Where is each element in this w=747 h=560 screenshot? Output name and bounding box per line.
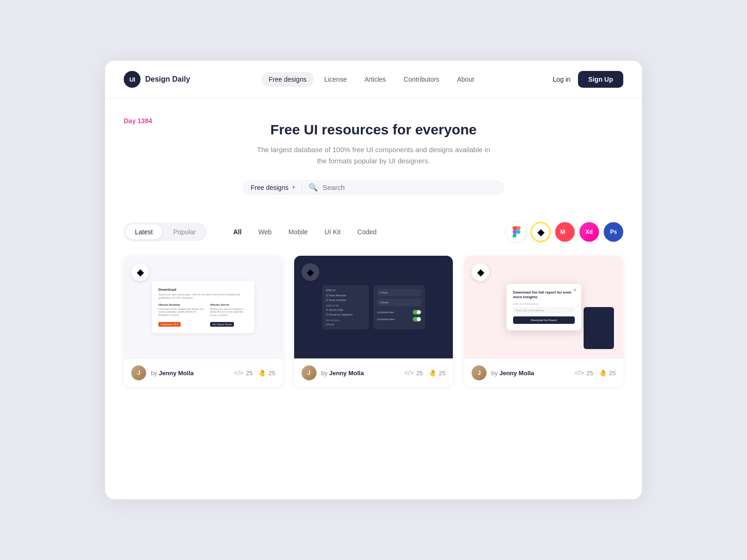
- login-button[interactable]: Log in: [553, 76, 571, 83]
- dark-decoration: [584, 307, 614, 349]
- card-preview-3[interactable]: ◆ ✕ Download the full report for even mo…: [464, 256, 623, 358]
- nav-item-about[interactable]: About: [450, 72, 482, 87]
- stat-like-count-1: 25: [268, 370, 275, 377]
- logo-icon: UI: [124, 71, 141, 88]
- stat-code-count-2: 25: [416, 370, 423, 377]
- search-bar: Free designs ▾ 🔍: [243, 181, 504, 194]
- avatar-3: J: [472, 365, 486, 380]
- author-text-3: by Jenny Molla: [491, 370, 534, 377]
- svg-text:M: M: [560, 228, 565, 235]
- stat-like-3: 🤚 25: [599, 369, 616, 377]
- sketch-badge-1: ◆: [131, 263, 149, 281]
- sketch-badge-2: ◆: [302, 263, 319, 281]
- tab-latest[interactable]: Latest: [126, 224, 162, 239]
- stat-code-1: </> 25: [234, 369, 253, 377]
- card-stats-2: </> 25 🤚 25: [404, 369, 445, 377]
- design-card-3: ◆ ✕ Download the full report for even mo…: [464, 256, 623, 387]
- cards-grid: ◆ Download Secure your open source apps.…: [105, 251, 642, 406]
- nav-center: Free designs License Articles Contributo…: [190, 72, 553, 87]
- card-footer-1: J by Jenny Molla </> 25 🤚 25: [124, 358, 283, 387]
- search-icon: 🔍: [309, 183, 318, 192]
- like-icon-1: 🤚: [258, 369, 266, 377]
- design-card-2: ◆ DISPLAY ☑ Show Menubar ☑ Show Activiti…: [294, 256, 453, 387]
- avatar-img-3: J: [472, 365, 486, 380]
- chip-ui-kit[interactable]: UI Kit: [317, 225, 348, 239]
- stat-code-2: </> 25: [404, 369, 423, 377]
- mockup-modal: ✕ Download the full report for even more…: [464, 256, 623, 358]
- mockup-ubuntu: Download Secure your open source apps. F…: [152, 281, 254, 334]
- logo[interactable]: UI Design Daily: [124, 71, 190, 88]
- stat-like-1: 🤚 25: [258, 369, 275, 377]
- logo-text: Design Daily: [145, 75, 190, 84]
- hero-title: Free UI resources for everyone: [124, 122, 623, 138]
- card-footer-3: J by Jenny Molla </> 25 🤚 25: [464, 358, 623, 387]
- stat-code-count-1: 25: [246, 370, 253, 377]
- marvel-icon[interactable]: M: [555, 222, 575, 242]
- author-text-2: by Jenny Molla: [321, 370, 364, 377]
- like-icon-2: 🤚: [429, 369, 437, 377]
- design-card-1: ◆ Download Secure your open source apps.…: [124, 256, 283, 387]
- stat-code-count-3: 25: [586, 370, 593, 377]
- modal-close-icon: ✕: [573, 287, 577, 293]
- avatar-img-1: J: [131, 365, 146, 380]
- mockup-dark-ui: DISPLAY ☑ Show Menubar ☑ Show Activities…: [317, 280, 430, 334]
- hero-section: Day 1384 Free UI resources for everyone …: [105, 98, 642, 208]
- search-input[interactable]: [323, 183, 502, 191]
- main-card: UI Design Daily Free designs License Art…: [105, 61, 642, 499]
- search-dropdown[interactable]: Free designs ▾: [251, 184, 302, 191]
- figma-icon[interactable]: [507, 222, 526, 242]
- nav-item-license[interactable]: License: [317, 72, 354, 87]
- avatar-1: J: [131, 365, 146, 380]
- chip-all[interactable]: All: [226, 225, 249, 239]
- code-icon-3: </>: [575, 369, 584, 377]
- code-icon-1: </>: [234, 369, 243, 377]
- chip-coded[interactable]: Coded: [350, 225, 384, 239]
- ps-icon[interactable]: Ps: [604, 222, 623, 242]
- like-icon-3: 🤚: [599, 369, 607, 377]
- card-preview-1[interactable]: ◆ Download Secure your open source apps.…: [124, 256, 283, 358]
- hero-subtitle: The largest database of 100% free UI com…: [257, 144, 490, 167]
- chip-mobile[interactable]: Mobile: [281, 225, 315, 239]
- filter-chips: All Web Mobile UI Kit Coded: [226, 225, 384, 239]
- stat-like-count-3: 25: [609, 370, 616, 377]
- card-preview-2[interactable]: ◆ DISPLAY ☑ Show Menubar ☑ Show Activiti…: [294, 256, 453, 358]
- avatar-2: J: [302, 365, 317, 380]
- chip-web[interactable]: Web: [251, 225, 279, 239]
- stat-like-count-2: 25: [439, 370, 445, 377]
- modal-download-btn[interactable]: Download the Report: [513, 316, 575, 324]
- card-footer-2: J by Jenny Molla </> 25 🤚 25: [294, 358, 453, 387]
- filters-row: Latest Popular All Web Mobile UI Kit Cod…: [124, 222, 623, 242]
- navbar: UI Design Daily Free designs License Art…: [105, 61, 642, 98]
- filters-wrap: Latest Popular All Web Mobile UI Kit Cod…: [105, 208, 642, 251]
- stat-code-3: </> 25: [575, 369, 593, 377]
- search-dropdown-label: Free designs: [251, 184, 289, 191]
- search-input-wrap: 🔍: [302, 183, 502, 192]
- nav-item-articles[interactable]: Articles: [357, 72, 394, 87]
- day-badge: Day 1384: [124, 117, 152, 125]
- icon-tools: ◆ M Xd Ps: [507, 222, 623, 242]
- nav-item-free-designs[interactable]: Free designs: [261, 72, 314, 87]
- nav-right: Log in Sign Up: [553, 71, 623, 88]
- card-stats-1: </> 25 🤚 25: [234, 369, 275, 377]
- chevron-down-icon: ▾: [292, 184, 295, 190]
- modal-box: ✕ Download the full report for even more…: [507, 284, 581, 331]
- signup-button[interactable]: Sign Up: [578, 71, 623, 88]
- tab-popular[interactable]: Popular: [164, 224, 205, 239]
- card-stats-3: </> 25 🤚 25: [575, 369, 616, 377]
- nav-item-contributors[interactable]: Contributors: [396, 72, 447, 87]
- author-text-1: by Jenny Molla: [151, 370, 194, 377]
- stat-like-2: 🤚 25: [429, 369, 445, 377]
- code-icon-2: </>: [404, 369, 414, 377]
- avatar-img-2: J: [302, 365, 317, 380]
- sketch-icon[interactable]: ◆: [531, 222, 550, 242]
- tab-group: Latest Popular: [124, 223, 207, 241]
- xd-icon[interactable]: Xd: [579, 222, 599, 242]
